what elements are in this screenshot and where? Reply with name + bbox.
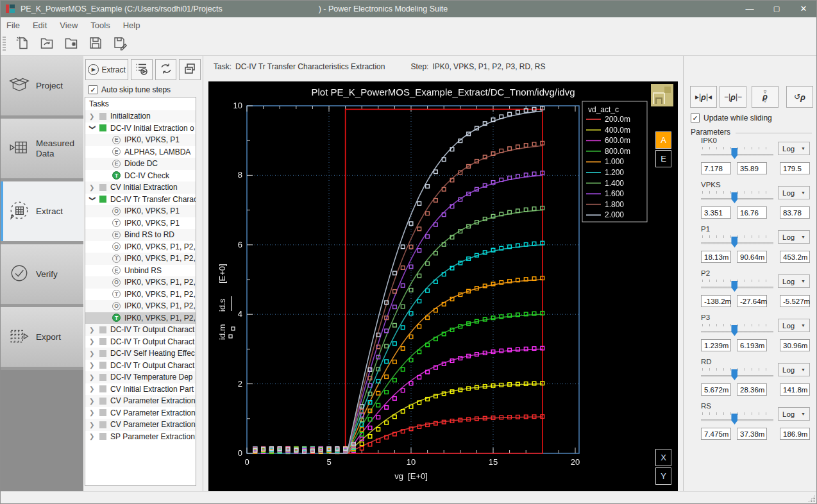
- param-range-expand-button[interactable]: ▸|ρ|◂: [690, 86, 717, 108]
- scale-select[interactable]: Log▼: [778, 363, 810, 376]
- save-as-button[interactable]: [110, 35, 130, 54]
- task-tree-row[interactable]: TIPK0, VPKS, P1, P2, P3: [85, 253, 196, 265]
- task-tree-row[interactable]: TDC-IV Check: [85, 170, 196, 182]
- task-tree-row[interactable]: ❯DC-IV Self Heating Effec: [85, 348, 196, 360]
- transfer-plot-canvas[interactable]: [208, 81, 678, 491]
- param-max-field[interactable]: 453.2m: [780, 251, 810, 263]
- cascade-windows-button[interactable]: [179, 59, 201, 80]
- scale-select[interactable]: Log▼: [778, 407, 810, 421]
- scale-select[interactable]: Log▼: [778, 186, 810, 199]
- param-max-field[interactable]: 83.78: [780, 206, 810, 219]
- param-slider[interactable]: [701, 323, 773, 337]
- param-min-field[interactable]: 5.672m: [701, 383, 731, 396]
- menu-view[interactable]: View: [60, 21, 78, 30]
- task-tree-row[interactable]: EUnbind RS: [85, 265, 196, 277]
- scale-select[interactable]: Log▼: [778, 319, 810, 332]
- param-value-field[interactable]: 35.89: [737, 162, 767, 174]
- task-tree-row[interactable]: ❯DC-IV Tr Output Charact: [85, 324, 196, 336]
- param-value-field[interactable]: 28.36m: [737, 383, 767, 396]
- task-tree-row[interactable]: ❯DC-IV Tr Transfer Charac: [85, 194, 196, 206]
- param-max-field[interactable]: -5.527m: [780, 295, 810, 307]
- nav-extract[interactable]: Extract: [0, 181, 83, 241]
- resize-grip-icon[interactable]: [807, 494, 816, 503]
- task-tree-row[interactable]: ❯CV Parameter Extraction: [85, 407, 196, 419]
- menu-tools[interactable]: Tools: [90, 21, 110, 30]
- param-value-field[interactable]: -27.64m: [737, 295, 767, 307]
- task-tree-row[interactable]: ❯CV Initial Extraction: [85, 181, 196, 194]
- nav-project[interactable]: Project: [0, 56, 83, 115]
- task-tree-row[interactable]: ❯Initialization: [85, 110, 196, 122]
- task-tree-row[interactable]: ❯DC-IV Initial Extraction o: [85, 122, 196, 135]
- open-project-button[interactable]: [37, 35, 57, 54]
- param-value-field[interactable]: 6.193m: [737, 339, 767, 351]
- task-tree-row[interactable]: OIPK0, VPKS, P1: [85, 205, 196, 217]
- task-tree-row[interactable]: OIPK0, VPKS, P1, P2, P3: [85, 241, 196, 253]
- nav-export[interactable]: Export: [0, 307, 83, 367]
- chevron-right-icon[interactable]: ❯: [89, 350, 96, 357]
- param-range-narrow-button[interactable]: −|ρ|−: [720, 86, 746, 108]
- param-max-field[interactable]: 186.9m: [780, 428, 810, 440]
- param-reset-button[interactable]: ↺ρ: [786, 86, 813, 108]
- task-tree-row[interactable]: EDiode DC: [85, 158, 196, 170]
- chevron-down-icon[interactable]: ❯: [89, 125, 96, 131]
- param-slider[interactable]: [701, 234, 773, 248]
- task-tree-row[interactable]: TIPK0, VPKS, P1: [85, 217, 196, 230]
- chevron-down-icon[interactable]: ❯: [89, 196, 96, 203]
- save-button[interactable]: [85, 35, 106, 54]
- param-max-field[interactable]: 179.5: [780, 162, 810, 174]
- chevron-right-icon[interactable]: ❯: [89, 398, 96, 405]
- slider-thumb[interactable]: [731, 281, 737, 292]
- scale-select[interactable]: Log▼: [778, 142, 810, 155]
- task-tree-row[interactable]: ❯DC-IV Tr Output Charact: [85, 360, 196, 372]
- param-slider[interactable]: [701, 190, 773, 204]
- y-axis-button[interactable]: Y: [655, 467, 671, 485]
- chevron-right-icon[interactable]: ❯: [89, 326, 96, 333]
- close-button[interactable]: ✕: [790, 0, 817, 17]
- menu-help[interactable]: Help: [123, 21, 140, 30]
- new-document-button[interactable]: [12, 35, 33, 54]
- param-min-field[interactable]: 18.13m: [701, 251, 731, 263]
- task-tree-row[interactable]: EALPHAS, LAMBDA: [85, 146, 196, 158]
- task-tree-row[interactable]: TIPK0, VPKS, P1, P2, P3: [85, 312, 196, 324]
- slider-thumb[interactable]: [731, 325, 737, 336]
- slider-thumb[interactable]: [731, 237, 737, 248]
- maximize-button[interactable]: ▢: [763, 0, 790, 17]
- task-tree-row[interactable]: EBind RS to RD: [85, 229, 196, 241]
- nav-measured-data[interactable]: Measured Data: [0, 119, 83, 178]
- param-value-field[interactable]: 16.76: [737, 206, 767, 219]
- step-list-run-button[interactable]: [131, 59, 153, 80]
- auto-skip-checkbox[interactable]: ✓: [88, 85, 97, 94]
- chevron-right-icon[interactable]: ❯: [89, 409, 96, 416]
- edit-scale-button[interactable]: E: [655, 150, 671, 167]
- param-max-field[interactable]: 30.96m: [780, 339, 810, 351]
- run-extract-button[interactable]: ▶ Extract: [85, 59, 128, 80]
- chevron-right-icon[interactable]: ❯: [89, 113, 96, 120]
- chevron-right-icon[interactable]: ❯: [89, 374, 96, 381]
- slider-thumb[interactable]: [731, 148, 737, 159]
- task-tree-row[interactable]: ❯CV Initial Extraction Part: [85, 383, 196, 396]
- slider-thumb[interactable]: [731, 192, 737, 203]
- param-slider[interactable]: [701, 146, 773, 160]
- nav-verify[interactable]: Verify: [0, 244, 83, 304]
- param-min-field[interactable]: 3.351: [701, 206, 731, 219]
- chevron-right-icon[interactable]: ❯: [89, 421, 96, 428]
- sync-arrows-button[interactable]: [155, 59, 177, 80]
- param-value-field[interactable]: 37.38m: [737, 428, 767, 440]
- scale-select[interactable]: Log▼: [778, 230, 810, 244]
- task-tree-row[interactable]: ❯DC-IV Tr Output Charact: [85, 336, 196, 348]
- param-min-field[interactable]: 7.178: [701, 162, 731, 174]
- chevron-right-icon[interactable]: ❯: [89, 385, 96, 392]
- param-min-field[interactable]: 7.475m: [701, 428, 731, 440]
- update-while-sliding-checkbox[interactable]: ✓: [691, 113, 700, 122]
- param-min-field[interactable]: -138.2m: [701, 295, 731, 307]
- param-min-field[interactable]: 1.239m: [701, 339, 731, 351]
- minimize-button[interactable]: —: [736, 0, 763, 17]
- task-tree-row[interactable]: OIPK0, VPKS, P1, P2, P3: [85, 300, 196, 312]
- chevron-right-icon[interactable]: ❯: [89, 338, 96, 345]
- x-axis-button[interactable]: X: [655, 449, 671, 466]
- param-slider[interactable]: [701, 278, 773, 292]
- menu-edit[interactable]: Edit: [33, 21, 47, 30]
- slider-thumb[interactable]: [731, 369, 737, 380]
- task-tree-row[interactable]: ❯CV Parameter Extraction: [85, 395, 196, 407]
- chevron-right-icon[interactable]: ❯: [89, 362, 96, 369]
